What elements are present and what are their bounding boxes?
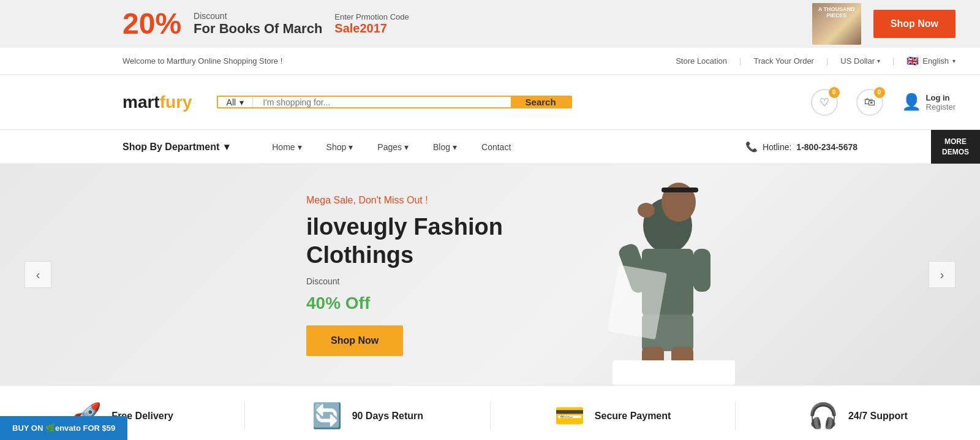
cart-icon-item[interactable]: 🛍 0 <box>856 89 883 116</box>
hero-slider: ‹ Mega Sale, Don't Miss Out ! iloveugly … <box>0 164 980 385</box>
feature-90-days-return: 🔄 90 Days Return <box>245 401 490 430</box>
main-nav: Shop By Department ▾ Home ▾ Shop ▾ Pages… <box>0 130 980 164</box>
banner-discount-label: Discount <box>194 11 322 21</box>
nav-links: Home ▾ Shop ▾ Pages ▾ Blog ▾ Contact <box>260 130 745 164</box>
pages-chevron-icon: ▾ <box>404 142 409 152</box>
shop-chevron-icon: ▾ <box>349 142 353 152</box>
language-selector[interactable]: 🇬🇧 English ▾ <box>907 55 956 67</box>
svg-point-6 <box>638 203 655 218</box>
banner-main-text: For Books Of March <box>194 21 322 37</box>
banner-shop-now-button[interactable]: Shop Now <box>873 10 956 38</box>
feature-payment-text: Secure Payment <box>595 411 671 422</box>
wishlist-icon-item[interactable]: ♡ 0 <box>811 89 838 116</box>
svg-rect-5 <box>693 249 710 292</box>
feature-payment-title: Secure Payment <box>595 411 671 422</box>
feature-return-text: 90 Days Return <box>352 411 424 422</box>
svg-rect-2 <box>662 188 698 192</box>
flag-icon: 🇬🇧 <box>907 55 919 67</box>
payment-icon: 💳 <box>554 401 585 430</box>
cart-badge: 0 <box>874 87 885 98</box>
svg-rect-10 <box>612 360 735 385</box>
hotline-block: 📞 Hotline: 1-800-234-5678 <box>745 141 858 153</box>
promo-label: Enter Prmotion Code <box>334 12 409 21</box>
login-link[interactable]: Log in <box>926 93 956 102</box>
slider-next-button[interactable]: › <box>929 261 956 288</box>
utility-bar: Welcome to Martfury Online Shopping Stor… <box>0 48 980 75</box>
top-banner: 20% Discount For Books Of March Enter Pr… <box>0 0 980 48</box>
wishlist-badge: 0 <box>829 87 840 98</box>
nav-contact[interactable]: Contact <box>469 130 523 164</box>
slider-prev-button[interactable]: ‹ <box>24 261 51 288</box>
cart-icon: 🛍 0 <box>856 89 883 116</box>
search-bar: All ▾ Search <box>217 96 572 108</box>
nav-blog[interactable]: Blog ▾ <box>421 130 469 164</box>
promo-block: Enter Prmotion Code Sale2017 <box>334 12 409 36</box>
feature-support-text: 24/7 Support <box>848 411 908 422</box>
return-icon: 🔄 <box>312 401 342 430</box>
envato-buy-button[interactable]: BUY ON 🌿envato FOR $59 <box>0 416 127 440</box>
account-icon-item[interactable]: 👤 Log in Register <box>902 93 956 112</box>
user-icon: 👤 <box>902 93 921 112</box>
utility-right: Store Location | Track Your Order | US D… <box>676 55 956 67</box>
language-chevron-icon: ▾ <box>952 58 956 64</box>
track-order-link[interactable]: Track Your Order <box>753 56 814 66</box>
more-demos-button[interactable]: MORE DEMOS <box>931 130 980 164</box>
slide-discount-label: Discount <box>306 276 503 286</box>
logo-mart: mart <box>123 93 160 112</box>
hotline-label: Hotline: <box>763 142 791 152</box>
currency-selector[interactable]: US Dollar ▾ <box>840 56 880 66</box>
login-block: Log in Register <box>926 93 956 112</box>
home-chevron-icon: ▾ <box>298 142 302 152</box>
search-category-selector[interactable]: All ▾ <box>218 97 254 107</box>
logo[interactable]: mart fury <box>123 93 192 112</box>
currency-chevron-icon: ▾ <box>877 58 880 64</box>
register-link[interactable]: Register <box>926 102 956 112</box>
banner-right: Shop Now <box>812 3 956 45</box>
model-silhouette-svg <box>576 176 760 385</box>
blog-chevron-icon: ▾ <box>453 142 457 152</box>
book-image <box>812 3 861 45</box>
welcome-text: Welcome to Martfury Online Shopping Stor… <box>123 56 282 66</box>
feature-secure-payment: 💳 Secure Payment <box>491 401 736 430</box>
logo-fury: fury <box>160 93 192 112</box>
discount-percentage: 20% <box>123 9 181 39</box>
store-location-link[interactable]: Store Location <box>676 56 727 66</box>
slide-shop-now-button[interactable]: Shop Now <box>306 325 403 356</box>
category-label: All <box>227 97 236 107</box>
wishlist-icon: ♡ 0 <box>811 89 838 116</box>
nav-home[interactable]: Home ▾ <box>260 130 314 164</box>
more-demos-line2: DEMOS <box>942 147 969 157</box>
search-input[interactable] <box>253 97 510 107</box>
hotline-number: 1-800-234-5678 <box>796 142 858 152</box>
support-icon: 🎧 <box>808 401 839 430</box>
language-label: English <box>922 56 949 66</box>
search-button[interactable]: Search <box>511 97 571 107</box>
slide-content: Mega Sale, Don't Miss Out ! iloveugly Fa… <box>0 164 980 385</box>
feature-return-title: 90 Days Return <box>352 411 424 422</box>
slide-discount-value: 40% Off <box>306 294 503 313</box>
features-bar: 🚀 Free Delivery 🔄 90 Days Return 💳 Secur… <box>0 385 980 440</box>
model-image <box>576 176 833 385</box>
slide-text: Mega Sale, Don't Miss Out ! iloveugly Fa… <box>306 195 503 356</box>
shop-by-dept-label: Shop By Department <box>123 142 219 153</box>
shop-by-department[interactable]: Shop By Department ▾ <box>123 141 241 153</box>
banner-left: 20% Discount For Books Of March Enter Pr… <box>123 9 409 39</box>
currency-label: US Dollar <box>840 56 875 66</box>
feature-247-support: 🎧 24/7 Support <box>736 401 980 430</box>
banner-text: Discount For Books Of March <box>194 11 322 37</box>
slide-title: iloveugly Fashion Clothings <box>306 213 503 269</box>
nav-pages[interactable]: Pages ▾ <box>365 130 421 164</box>
envato-label: BUY ON 🌿envato FOR $59 <box>12 423 115 433</box>
slide-tag: Mega Sale, Don't Miss Out ! <box>306 195 503 206</box>
feature-support-title: 24/7 Support <box>848 411 908 422</box>
more-demos-line1: MORE <box>944 137 967 147</box>
header-icons: ♡ 0 🛍 0 👤 Log in Register <box>811 89 956 116</box>
main-header: mart fury All ▾ Search ♡ 0 🛍 0 👤 Log in <box>0 75 980 130</box>
promo-code: Sale2017 <box>334 21 409 36</box>
phone-icon: 📞 <box>745 141 758 153</box>
nav-shop[interactable]: Shop ▾ <box>314 130 366 164</box>
category-chevron-icon: ▾ <box>239 97 244 107</box>
shop-by-dept-chevron-icon: ▾ <box>224 141 229 153</box>
